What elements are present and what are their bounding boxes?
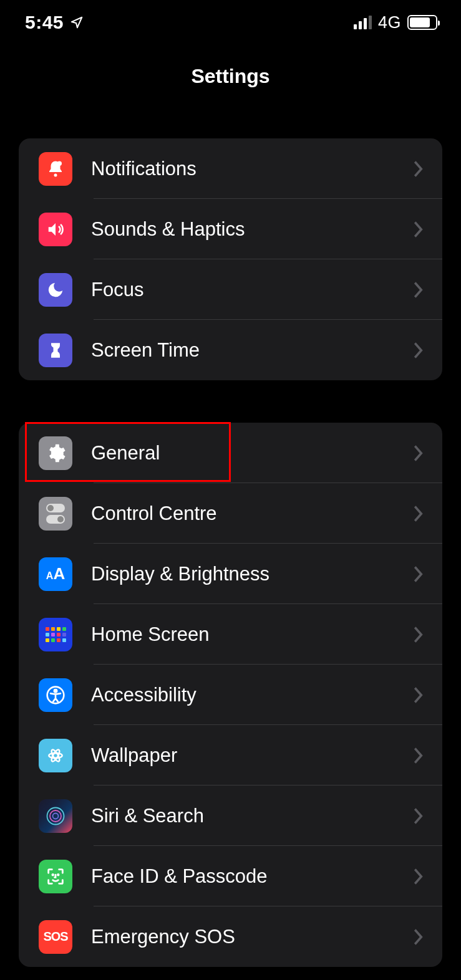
svg-point-5 [49,753,62,758]
chevron-right-icon [414,445,424,461]
header: Settings [0,45,461,107]
chevron-right-icon [414,747,424,764]
row-label: General [91,442,414,464]
row-accessibility[interactable]: Accessibility [19,665,442,725]
svg-point-9 [50,810,61,822]
page-title: Settings [191,65,269,88]
svg-point-3 [54,689,57,692]
notifications-icon [39,152,72,186]
face-id-icon [39,860,72,893]
status-time: 5:45 [25,12,64,33]
general-icon [39,436,72,470]
accessibility-icon [39,678,72,712]
wallpaper-icon [39,739,72,772]
chevron-right-icon [414,342,424,358]
chevron-right-icon [414,282,424,298]
row-label: Siri & Search [91,805,414,827]
row-label: Home Screen [91,623,414,646]
settings-section-2: General Control Centre AA Display & Brig… [19,423,442,967]
svg-point-12 [57,874,59,875]
row-display-brightness[interactable]: AA Display & Brightness [19,544,442,604]
emergency-sos-icon: SOS [39,920,72,954]
row-faceid-passcode[interactable]: Face ID & Passcode [19,846,442,906]
row-label: Face ID & Passcode [91,865,414,888]
focus-icon [39,273,72,307]
row-siri-search[interactable]: Siri & Search [19,785,442,846]
row-label: Wallpaper [91,744,414,767]
location-icon [70,16,84,29]
sounds-icon [39,213,72,246]
chevron-right-icon [414,929,424,945]
chevron-right-icon [414,221,424,238]
chevron-right-icon [414,506,424,522]
row-wallpaper[interactable]: Wallpaper [19,725,442,785]
screen-time-icon [39,334,72,367]
home-screen-icon [39,618,72,651]
chevron-right-icon [414,868,424,885]
chevron-right-icon [414,161,424,177]
battery-icon [407,15,437,30]
chevron-right-icon [414,808,424,824]
row-control-centre[interactable]: Control Centre [19,483,442,544]
row-home-screen[interactable]: Home Screen [19,604,442,665]
row-label: Sounds & Haptics [91,218,414,241]
chevron-right-icon [414,566,424,582]
settings-content: Notifications Sounds & Haptics [0,138,461,967]
status-right: 4G [354,13,437,32]
signal-icon [354,16,372,29]
display-brightness-icon: AA [39,557,72,591]
row-label: Control Centre [91,502,414,525]
svg-point-11 [52,874,54,875]
row-emergency-sos[interactable]: SOS Emergency SOS [19,906,442,967]
chevron-right-icon [414,627,424,643]
row-focus[interactable]: Focus [19,259,442,320]
settings-section-1: Notifications Sounds & Haptics [19,138,442,380]
svg-point-1 [57,161,62,166]
row-general[interactable]: General [19,423,442,483]
row-label: Screen Time [91,339,414,362]
row-notifications[interactable]: Notifications [19,138,442,199]
row-label: Focus [91,279,414,301]
chevron-right-icon [414,687,424,703]
row-label: Display & Brightness [91,563,414,585]
svg-point-0 [54,173,57,176]
row-label: Notifications [91,158,414,180]
status-bar: 5:45 4G [0,0,461,45]
status-left: 5:45 [25,12,84,33]
network-type: 4G [378,13,401,32]
row-screen-time[interactable]: Screen Time [19,320,442,380]
row-label: Accessibility [91,684,414,706]
svg-point-10 [53,813,59,819]
control-centre-icon [39,497,72,531]
row-sounds-haptics[interactable]: Sounds & Haptics [19,199,442,259]
siri-icon [39,799,72,833]
row-label: Emergency SOS [91,926,414,948]
